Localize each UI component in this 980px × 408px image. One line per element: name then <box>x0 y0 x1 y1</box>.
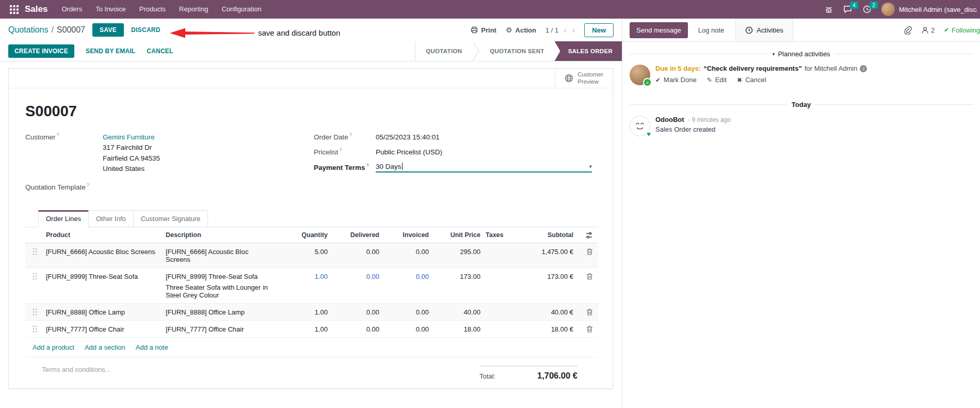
header-description[interactable]: Description <box>166 227 278 242</box>
description-cell[interactable]: [FURN_8888] Office Lamp <box>166 304 278 320</box>
header-subtotal[interactable]: Subtotal <box>509 227 573 242</box>
save-button[interactable]: SAVE <box>92 23 124 37</box>
cancel-activity-button[interactable]: ✖ Cancel <box>737 76 766 84</box>
table-row[interactable]: [FURN_8999] Three-Seat Sofa [FURN_8999] … <box>25 268 598 304</box>
tab-order-lines[interactable]: Order Lines <box>38 210 89 227</box>
info-icon[interactable]: i <box>860 65 867 72</box>
header-invoiced[interactable]: Invoiced <box>379 227 429 242</box>
status-step-quotation[interactable]: QUOTATION <box>415 41 472 61</box>
pager-next-icon[interactable]: › <box>572 25 575 35</box>
table-row[interactable]: [FURN_8888] Office Lamp [FURN_8888] Offi… <box>25 304 598 321</box>
followers-button[interactable]: 2 <box>921 26 935 34</box>
new-button[interactable]: New <box>584 23 614 37</box>
invoiced-cell[interactable]: 0.00 <box>379 243 429 260</box>
customer-preview-button[interactable]: Customer Preview <box>555 69 613 88</box>
status-step-quotation-sent[interactable]: QUOTATION SENT <box>479 41 554 61</box>
discard-button[interactable]: DISCARD <box>131 26 160 34</box>
pricelist-value[interactable]: Public Pricelist (USD) <box>376 147 442 158</box>
following-button[interactable]: ✔ Following <box>944 26 980 34</box>
quantity-cell[interactable]: 1.00 <box>278 268 328 285</box>
planned-activities-toggle[interactable]: ▾ Planned activities <box>772 50 830 58</box>
user-menu[interactable]: Mitchell Admin (save_discard) <box>881 3 977 16</box>
header-delivered[interactable]: Delivered <box>328 227 379 242</box>
order-date-value[interactable]: 05/25/2023 15:40:01 <box>376 132 440 143</box>
quantity-cell[interactable]: 1.00 <box>278 304 328 320</box>
debug-bug-icon[interactable] <box>825 5 833 13</box>
taxes-cell[interactable] <box>480 268 509 277</box>
unit-price-cell[interactable]: 173.00 <box>429 268 480 285</box>
drag-handle-icon[interactable] <box>33 243 46 259</box>
unit-price-cell[interactable]: 295.00 <box>429 243 480 260</box>
activities-button[interactable]: Activities <box>735 19 793 41</box>
tab-other-info[interactable]: Other Info <box>88 210 134 227</box>
message-author[interactable]: OdooBot <box>655 116 684 123</box>
quantity-cell[interactable]: 1.00 <box>278 321 328 337</box>
taxes-cell[interactable] <box>480 321 509 329</box>
attachment-paperclip-icon[interactable] <box>904 26 912 35</box>
header-quantity[interactable]: Quantity <box>278 227 328 242</box>
taxes-cell[interactable] <box>480 243 509 252</box>
customer-link[interactable]: Gemini Furniture <box>103 132 160 143</box>
delete-row-icon[interactable] <box>573 243 593 259</box>
table-row[interactable]: [FURN_7777] Office Chair [FURN_7777] Off… <box>25 321 598 338</box>
description-cell[interactable]: [FURN_6666] Acoustic Bloc Screens <box>166 243 278 268</box>
dropdown-caret-icon[interactable]: ▾ <box>589 163 592 170</box>
delete-row-icon[interactable] <box>573 321 593 337</box>
product-cell[interactable]: [FURN_6666] Acoustic Bloc Screens <box>46 243 166 260</box>
delivered-cell[interactable]: 0.00 <box>328 268 379 285</box>
send-message-button[interactable]: Send message <box>630 22 688 38</box>
messages-icon[interactable]: 4 <box>843 5 853 13</box>
add-note-link[interactable]: Add a note <box>136 343 168 351</box>
taxes-cell[interactable] <box>480 304 509 312</box>
unit-price-cell[interactable]: 40.00 <box>429 304 480 320</box>
edit-activity-button[interactable]: ✎ Edit <box>707 76 727 84</box>
delivered-cell[interactable]: 0.00 <box>328 321 379 337</box>
quantity-cell[interactable]: 5.00 <box>278 243 328 260</box>
add-section-link[interactable]: Add a section <box>85 343 125 351</box>
clock-icon <box>745 26 753 34</box>
pager-prev-icon[interactable]: ‹ <box>564 25 567 35</box>
invoiced-cell[interactable]: 0.00 <box>379 321 429 337</box>
breadcrumb-quotations-link[interactable]: Quotations <box>8 25 48 35</box>
nav-item-configuration[interactable]: Configuration <box>215 0 268 19</box>
cancel-button[interactable]: CANCEL <box>147 48 173 55</box>
delivered-cell[interactable]: 0.00 <box>328 304 379 320</box>
drag-handle-icon[interactable] <box>33 304 46 320</box>
description-cell[interactable]: [FURN_8999] Three-Seat Sofa Three Seater… <box>166 268 278 303</box>
unit-price-cell[interactable]: 18.00 <box>429 321 480 337</box>
terms-and-conditions-placeholder[interactable]: Terms and conditions... <box>42 366 111 381</box>
table-row[interactable]: [FURN_6666] Acoustic Bloc Screens [FURN_… <box>25 243 598 268</box>
product-cell[interactable]: [FURN_7777] Office Chair <box>46 321 166 337</box>
nav-item-products[interactable]: Products <box>133 0 172 19</box>
nav-item-orders[interactable]: Orders <box>55 0 89 19</box>
header-product[interactable]: Product <box>46 227 166 242</box>
invoiced-cell[interactable]: 0.00 <box>379 268 429 285</box>
delete-row-icon[interactable] <box>573 304 593 320</box>
add-product-link[interactable]: Add a product <box>33 343 74 351</box>
action-button[interactable]: ⚙ Action <box>506 26 536 34</box>
log-note-button[interactable]: Log note <box>698 26 725 34</box>
delivered-cell[interactable]: 0.00 <box>328 243 379 260</box>
tab-customer-signature[interactable]: Customer Signature <box>133 210 208 227</box>
product-cell[interactable]: [FURN_8888] Office Lamp <box>46 304 166 320</box>
delete-row-icon[interactable] <box>573 268 593 284</box>
print-button[interactable]: Print <box>471 26 496 34</box>
drag-handle-icon[interactable] <box>33 321 46 337</box>
product-cell[interactable]: [FURN_8999] Three-Seat Sofa <box>46 268 166 285</box>
apps-grid-icon[interactable] <box>5 0 23 19</box>
activities-clock-icon[interactable]: 2 <box>863 5 871 13</box>
nav-item-to-invoice[interactable]: To Invoice <box>89 0 133 19</box>
payment-terms-input[interactable]: 30 Days ▾ <box>376 163 592 172</box>
header-taxes[interactable]: Taxes <box>480 227 509 242</box>
app-name[interactable]: Sales <box>23 4 55 14</box>
nav-item-reporting[interactable]: Reporting <box>172 0 215 19</box>
mark-done-button[interactable]: ✔ Mark Done <box>655 76 697 84</box>
description-cell[interactable]: [FURN_7777] Office Chair <box>166 321 278 337</box>
optional-columns-icon[interactable] <box>573 227 593 243</box>
drag-handle-icon[interactable] <box>33 268 46 284</box>
send-by-email-button[interactable]: SEND BY EMAIL <box>86 48 135 55</box>
invoiced-cell[interactable]: 0.00 <box>379 304 429 320</box>
header-unit-price[interactable]: Unit Price <box>429 227 480 242</box>
status-step-sales-order[interactable]: SALES ORDER <box>555 41 622 61</box>
create-invoice-button[interactable]: CREATE INVOICE <box>8 44 74 58</box>
